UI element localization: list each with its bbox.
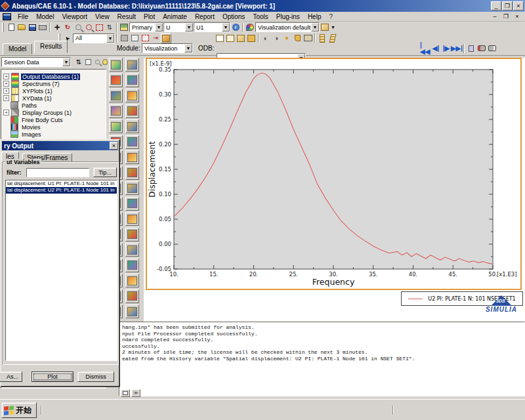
context-help-icon[interactable]: ? [325,12,337,21]
viz-toolbox-icon-25[interactable] [125,243,139,257]
child-close-button[interactable]: × [512,12,522,21]
viz-toolbox-icon-5[interactable] [125,89,139,102]
viz-toolbox-icon-27[interactable] [125,259,139,272]
menu-plugins[interactable]: Plug-ins [272,12,304,21]
field-component-combo[interactable]: U1▼ [194,22,230,32]
pan-icon[interactable]: ✛ [52,22,62,32]
tip-button[interactable]: Tip... [93,167,117,177]
fit-view-icon[interactable] [94,22,104,32]
previous-frame-icon[interactable]: ◀| [430,43,441,53]
tree-item-movies[interactable]: Movies [1,123,106,131]
tree-expander-icon[interactable]: + [3,95,9,101]
child-minimize-button[interactable]: – [490,12,500,21]
viz-toolbox-icon-11[interactable] [125,135,139,149]
menu-viewport[interactable]: Viewport [58,12,91,21]
tree-item-xyplots-1[interactable]: +XYPlots (1) [1,87,106,94]
viz-toolbox-icon-23[interactable] [125,228,139,242]
viz-toolbox-icon-2[interactable] [109,74,123,87]
close-button[interactable]: × [513,1,524,10]
tree-item-images[interactable]: Images [1,131,106,138]
new-file-icon[interactable] [6,22,16,32]
viz-toolbox-icon-21[interactable] [125,212,139,226]
tree-item-xydata-1[interactable]: +XYData (1) [1,94,106,102]
viz-toolbox-icon-9[interactable] [125,119,139,133]
filter-input[interactable] [26,168,89,177]
zoom-box-icon[interactable] [83,22,94,32]
menu-view[interactable]: View [91,12,114,21]
menu-options[interactable]: Options [219,12,249,21]
tree-item-free-body-cuts[interactable]: Free Body Cuts [1,116,106,123]
menu-result[interactable]: Result [114,12,140,21]
viz-toolbox-icon-31[interactable] [125,289,139,303]
next-frame-icon[interactable]: |▶ [441,43,452,53]
first-frame-icon[interactable]: |◀◀ [420,43,430,53]
save-icon[interactable] [27,22,37,32]
menu-file[interactable]: File [14,12,32,21]
print-viewport-icon[interactable] [476,43,487,53]
viz-toolbox-icon-33[interactable] [125,304,139,318]
dialog-close-icon[interactable]: × [110,142,118,150]
viz-toolbox-icon-7[interactable] [125,104,139,118]
tree-item-output-databases-1[interactable]: +Output Databases (1) [1,73,106,80]
last-frame-icon[interactable]: ▶▶| [452,43,462,53]
color-code-combo[interactable]: Visualization defaults▼ [255,22,320,32]
viz-toolbox-icon-29[interactable] [125,274,139,287]
message-area-tab-icon[interactable] [121,389,130,397]
viz-toolbox-icon-3[interactable] [125,74,139,87]
viz-toolbox-icon-17[interactable] [125,181,139,195]
field-variable-combo[interactable]: U▼ [163,22,194,32]
menu-plot[interactable]: Plot [140,12,159,21]
menu-help[interactable]: Help [304,12,326,21]
tree-item-paths[interactable]: Paths [1,102,106,109]
session-data-combo[interactable]: Session Data▼ [1,57,71,67]
menu-model[interactable]: Model [32,12,58,21]
message-area[interactable]: hang.inp" has been submitted for analysi… [119,322,525,396]
viz-toolbox-icon-1[interactable] [125,58,139,72]
child-restore-button[interactable]: ❐ [501,12,511,21]
open-file-icon[interactable] [16,22,27,32]
history-variable-row[interactable]: ial displacement: U1 PI: PLATE-1 Node 10… [6,180,117,187]
dismiss-button[interactable]: Dismiss [77,371,114,382]
viz-toolbox-icon-13[interactable] [125,150,139,164]
plot-button[interactable]: Plot [32,371,74,382]
tree-item-display-groups-1[interactable]: +Display Groups (1) [1,109,106,116]
cycle-views-icon[interactable]: ⇅ [104,22,115,32]
tree-expander-icon[interactable]: + [3,110,9,116]
history-variable-row[interactable]: ial displacement: U2 PI: PLATE-1 Node 10… [6,187,117,194]
animate-record-icon[interactable] [466,43,476,53]
color-cube-dropdown-icon[interactable]: ▼ [330,22,336,32]
rotate-icon[interactable]: ↻ [62,22,73,32]
tree-item-spectrums-7[interactable]: +Spectrums (7) [1,80,106,87]
xy-plot[interactable]: 10.15.20.25.30.35.40.45.50.-0.050.000.05… [146,58,522,290]
history-variable-list[interactable]: ial displacement: U1 PI: PLATE-1 Node 10… [5,180,117,361]
tree-expander-icon[interactable]: + [3,81,9,87]
viz-toolbox-icon-15[interactable] [125,166,139,180]
tab-model[interactable]: Model [3,43,32,54]
start-button[interactable]: 开始 [1,402,37,418]
tab-results[interactable]: Results [34,41,68,53]
viz-toolbox-icon-4[interactable] [109,89,123,102]
snapshot-icon[interactable] [487,43,497,53]
tree-expander-icon[interactable]: + [3,88,9,94]
color-code-palette-icon[interactable] [245,22,255,32]
menu-report[interactable]: Report [191,12,219,21]
module-combo[interactable]: Visualization▼ [142,43,193,53]
save-as-button[interactable]: As... [0,371,22,382]
menu-tools[interactable]: Tools [249,12,272,21]
info-icon[interactable]: i [230,22,241,32]
zoom-in-icon[interactable] [73,22,83,32]
restore-button[interactable]: ❐ [502,1,513,10]
color-cube-icon[interactable] [320,22,330,32]
field-output-mode-combo[interactable]: Primary▼ [129,22,163,32]
minimize-button[interactable]: _ [491,1,501,10]
kernel-cli-tab-icon[interactable]: ≫ [131,389,140,397]
viz-toolbox-icon-0[interactable] [109,58,123,72]
viz-toolbox-icon-19[interactable] [125,197,139,211]
toolbar-grip[interactable] [2,23,4,32]
viz-toolbox-icon-6[interactable] [109,104,123,118]
mdi-child-icon[interactable] [3,13,11,20]
tree-expander-icon[interactable]: + [3,74,9,79]
print-icon[interactable] [37,22,48,32]
viz-toolbox-icon-8[interactable] [109,119,123,133]
menu-animate[interactable]: Animate [159,12,191,21]
